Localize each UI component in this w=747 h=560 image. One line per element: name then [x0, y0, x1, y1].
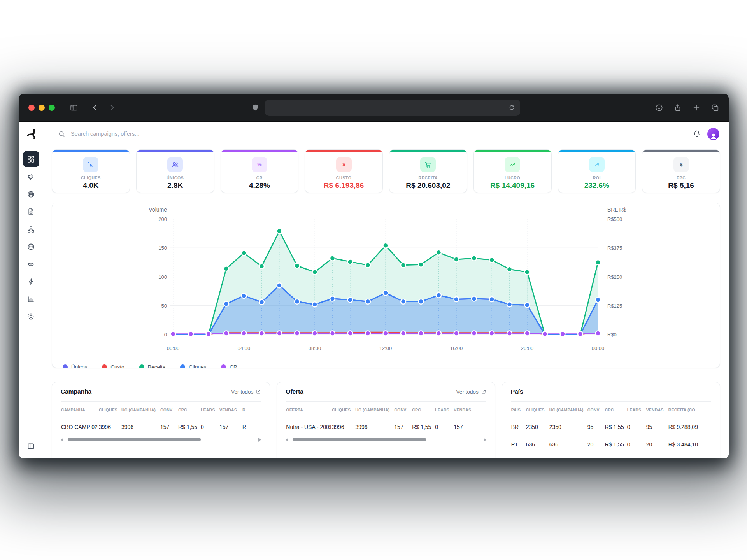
table-title: Campanha — [61, 388, 91, 395]
table-cell: 157 — [219, 418, 242, 436]
kpi-value: 4.28% — [249, 181, 270, 190]
kpi-card-cr: %CR4.28% — [221, 149, 299, 193]
scroll-right-arrow[interactable] — [484, 438, 486, 442]
scrollbar-thumb[interactable] — [68, 438, 201, 441]
link-icon — [27, 260, 35, 268]
kpi-accent-bar — [137, 150, 214, 152]
address-bar[interactable] — [265, 100, 520, 116]
kpi-icon-badge: % — [252, 157, 267, 172]
sidebar-item-file-code[interactable] — [23, 203, 39, 220]
chart-card: 0R$050R$125100R$250150R$375200R$500Volum… — [52, 203, 720, 368]
minimize-window-button[interactable] — [39, 105, 45, 111]
table-cell: 636 — [526, 436, 549, 453]
kpi-icon-badge — [589, 157, 605, 172]
column-header: CONV. — [160, 402, 178, 418]
kpi-card-lucro: LUCROR$ 14.409,16 — [473, 149, 552, 193]
scrollbar-thumb[interactable] — [293, 438, 426, 441]
legend-swatch — [139, 364, 144, 368]
svg-text:$: $ — [342, 162, 345, 167]
table-cell: 20 — [646, 436, 668, 453]
column-header: OFERTA — [286, 402, 331, 418]
scroll-left-arrow[interactable] — [286, 438, 288, 442]
scrollbar-track[interactable] — [66, 438, 256, 441]
legend-item-unicos[interactable]: Únicos — [63, 364, 87, 368]
kpi-value: R$ 20.603,02 — [406, 181, 450, 190]
ver-todos-link[interactable]: Ver todos — [231, 389, 261, 395]
sidebar-item-globe[interactable] — [23, 238, 39, 255]
column-header: UC (CAMPANHA) — [355, 402, 394, 418]
downloads-icon[interactable] — [655, 103, 663, 112]
svg-text:Volume: Volume — [149, 206, 167, 213]
browser-toolbar — [19, 94, 729, 122]
table-cell: 3996 — [98, 418, 121, 436]
data-table: PAÍSCLIQUESUC (CAMPANHA)CONV.CPCLEADSVEN… — [511, 402, 712, 453]
table-cell: R$ 1,55 — [605, 418, 627, 436]
column-header: PAÍS — [511, 402, 526, 418]
sidebar-item-sitemap[interactable] — [23, 221, 39, 237]
table-cell: 636 — [549, 436, 587, 453]
table-cell: R$ 9.288,09 — [668, 418, 712, 436]
column-header: CAMPANHA — [61, 402, 98, 418]
arrow-up-right-icon — [593, 161, 601, 168]
sidebar-toggle-icon[interactable] — [70, 103, 78, 112]
panel-icon — [27, 442, 35, 450]
svg-text:200: 200 — [158, 216, 167, 222]
gear-icon — [27, 313, 35, 321]
avatar[interactable] — [707, 128, 719, 140]
table-cell: 3996 — [355, 418, 394, 436]
horizontal-scrollbar[interactable] — [61, 436, 261, 443]
sidebar-item-lightning[interactable] — [23, 273, 39, 290]
kpi-card-custo: $CUSTOR$ 6.193,86 — [305, 149, 383, 193]
table-cell: 0 — [435, 418, 453, 436]
sidebar-item-link[interactable] — [23, 256, 39, 272]
sidebar-item-bar-chart[interactable] — [23, 291, 39, 307]
external-link-icon — [481, 389, 486, 394]
ver-todos-label: Ver todos — [456, 389, 479, 395]
legend-item-receita[interactable]: Receita — [139, 364, 166, 368]
sidebar-item-target[interactable] — [23, 186, 39, 202]
legend-item-custo[interactable]: Custo — [102, 364, 124, 368]
kpi-label: EPC — [677, 175, 686, 180]
kpi-label: CUSTO — [336, 175, 352, 180]
table-cell: PT — [511, 436, 526, 453]
back-icon[interactable] — [91, 103, 99, 112]
share-icon[interactable] — [673, 103, 682, 112]
column-header: VENDAS — [646, 402, 668, 418]
scroll-right-arrow[interactable] — [258, 438, 261, 442]
sidebar-item-dashboard-grid[interactable] — [23, 151, 39, 167]
kpi-icon-badge: $ — [673, 157, 689, 172]
tab-overview-icon[interactable] — [711, 103, 719, 112]
svg-text:R$375: R$375 — [607, 245, 622, 251]
search-input[interactable] — [70, 130, 196, 137]
new-tab-icon[interactable] — [692, 103, 701, 112]
legend-item-cliques[interactable]: Cliques — [180, 364, 206, 368]
data-table: CAMPANHACLIQUESUC (CAMPANHA)CONV.CPCLEAD… — [61, 402, 263, 436]
scroll-left-arrow[interactable] — [61, 438, 63, 442]
sidebar-item-panel[interactable] — [23, 438, 39, 454]
close-window-button[interactable] — [28, 105, 35, 111]
column-header: LEADS — [627, 402, 646, 418]
svg-text:16:00: 16:00 — [450, 345, 463, 351]
table-cell: Nutra - USA - 200$ — [286, 418, 331, 436]
data-table: OFERTACLIQUESUC (CAMPANHA)CONV.CPCLEADSV… — [286, 402, 488, 436]
ver-todos-link[interactable]: Ver todos — [456, 389, 486, 395]
table-cell: 95 — [587, 418, 605, 436]
forward-icon[interactable] — [108, 103, 116, 112]
svg-text:08:00: 08:00 — [309, 345, 321, 351]
svg-text:04:00: 04:00 — [238, 345, 251, 351]
bell-icon[interactable] — [693, 130, 701, 138]
legend-item-cr[interactable]: CR — [221, 364, 237, 368]
privacy-shield-icon[interactable] — [251, 103, 260, 112]
app: CLIQUES4.0KÚNICOS2.8K%CR4.28%$CUSTOR$ 6.… — [19, 122, 729, 458]
table-cell: R$ 1,55 — [412, 418, 435, 436]
table-cell: R$ 1,55 — [178, 418, 200, 436]
horizontal-scrollbar[interactable] — [286, 436, 486, 443]
sidebar-item-megaphone[interactable] — [23, 168, 39, 185]
kpi-icon-badge — [505, 157, 520, 172]
scrollbar-track[interactable] — [291, 438, 481, 441]
sidebar-item-gear[interactable] — [23, 308, 39, 325]
app-logo[interactable] — [19, 122, 43, 146]
zoom-window-button[interactable] — [49, 105, 55, 111]
percent-icon: % — [256, 161, 263, 168]
reload-icon[interactable] — [508, 104, 516, 111]
